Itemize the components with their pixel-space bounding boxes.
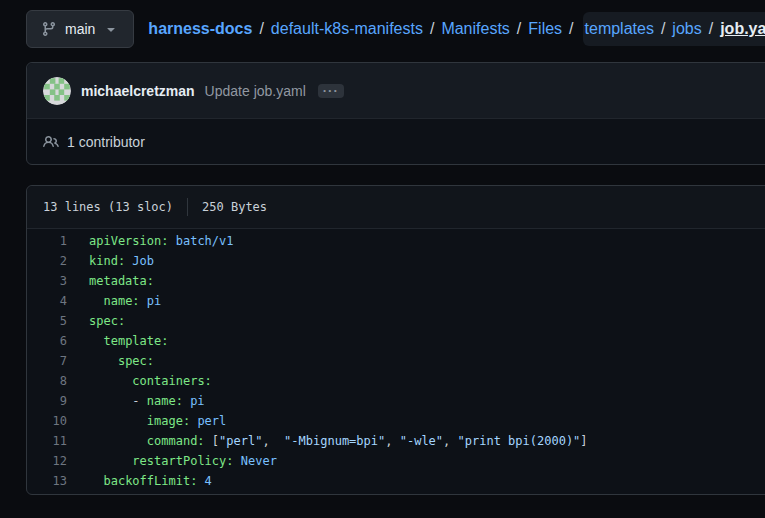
code-line: 4 name: pi [27,291,765,311]
file-size-info: 250 Bytes [202,200,267,214]
breadcrumb-link[interactable]: harness-docs [148,20,252,38]
breadcrumb-link[interactable]: Files [528,20,562,38]
line-number[interactable]: 7 [27,351,67,371]
code-text: image: perl [67,411,226,431]
chevron-down-icon [103,21,119,37]
code-line: 5spec: [27,311,765,331]
code-line: 2kind: Job [27,251,765,271]
code-segment-key: restartPolicy: [132,454,233,468]
code-segment-key: containers: [132,374,211,388]
code-segment-val: pi [183,394,205,408]
code-segment-punct [89,414,147,428]
code-segment-val: Never [234,454,277,468]
contributors-row: 1 contributor [27,119,765,164]
code-segment-punct [89,454,132,468]
code-segment-key: name: [147,394,183,408]
breadcrumb-link[interactable]: jobs [672,20,701,38]
line-number[interactable]: 4 [27,291,67,311]
code-line: 13 backoffLimit: 4 [27,471,765,491]
code-text: template: [67,331,168,351]
code-text: spec: [67,351,154,371]
code-segment-punct [89,434,147,448]
code-segment-val: Job [125,254,154,268]
code-segment-key: apiVersion: [89,234,168,248]
commit-ellipsis-button[interactable]: ··· [318,84,344,98]
path-header: main harness-docs/default-k8s-manifests/… [26,10,765,48]
line-number[interactable]: 12 [27,451,67,471]
commit-message-link[interactable]: Update job.yaml [205,83,306,99]
code-text: apiVersion: batch/v1 [67,231,234,251]
code-segment-key: spec: [118,354,154,368]
code-segment-val: batch/v1 [168,234,233,248]
breadcrumb-link[interactable]: Manifests [441,20,509,38]
code-segment-str: "print bpi(2000)" [458,434,581,448]
breadcrumb-separator: / [510,20,528,38]
code-segment-key: kind: [89,254,125,268]
file-blob-box: 13 lines (13 sloc) 250 Bytes 1apiVersion… [26,185,765,495]
line-number[interactable]: 8 [27,371,67,391]
line-number[interactable]: 10 [27,411,67,431]
code-text: restartPolicy: Never [67,451,277,471]
code-segment-key: image: [147,414,190,428]
code-segment-punct: , [443,434,457,448]
code-segment-val: pi [140,294,162,308]
code-segment-key: backoffLimit: [103,474,197,488]
code-segment-str: "-wle" [400,434,443,448]
code-text: - name: pi [67,391,205,411]
code-text: kind: Job [67,251,154,271]
code-segment-punct: , [385,434,399,448]
contributors-count-label: 1 contributor [67,134,145,150]
code-line: 6 template: [27,331,765,351]
code-segment-key: command: [147,434,205,448]
latest-commit-box: michaelcretzman Update job.yaml ··· 1 co… [26,62,765,165]
git-branch-icon [41,21,57,37]
commit-header: michaelcretzman Update job.yaml ··· [27,63,765,119]
breadcrumb: harness-docs/default-k8s-manifests/Manif… [148,10,765,48]
code-segment-val: 4 [197,474,211,488]
code-lines: 1apiVersion: batch/v12kind: Job3metadata… [27,229,765,494]
code-text: metadata: [67,271,154,291]
line-number[interactable]: 6 [27,331,67,351]
code-line: 1apiVersion: batch/v1 [27,231,765,251]
branch-selector-button[interactable]: main [26,10,134,48]
code-segment-punct: , [262,434,284,448]
code-segment-key: spec: [89,314,125,328]
line-number[interactable]: 13 [27,471,67,491]
line-number[interactable]: 9 [27,391,67,411]
line-number[interactable]: 11 [27,431,67,451]
code-line: 9 - name: pi [27,391,765,411]
code-line: 3metadata: [27,271,765,291]
commit-author-link[interactable]: michaelcretzman [81,83,195,99]
code-segment-key: template: [103,334,168,348]
code-segment-punct [89,374,132,388]
code-line: 10 image: perl [27,411,765,431]
code-segment-key: name: [103,294,139,308]
code-segment-punct [89,334,103,348]
line-number[interactable]: 5 [27,311,67,331]
breadcrumb-current-file[interactable]: job.yaml [720,20,765,38]
line-number[interactable]: 3 [27,271,67,291]
people-icon [43,134,59,150]
code-segment-punct: ] [580,434,587,448]
code-line: 7 spec: [27,351,765,371]
code-segment-punct [89,294,103,308]
line-number[interactable]: 1 [27,231,67,251]
code-line: 12 restartPolicy: Never [27,451,765,471]
file-header: 13 lines (13 sloc) 250 Bytes [27,186,765,229]
line-number[interactable]: 2 [27,251,67,271]
breadcrumb-link[interactable]: default-k8s-manifests [271,20,423,38]
code-segment-val: perl [190,414,226,428]
breadcrumb-separator: / [562,20,580,38]
code-segment-key: metadata: [89,274,154,288]
code-segment-punct: [ [205,434,219,448]
breadcrumb-separator: / [423,20,441,38]
code-segment-punct [89,474,103,488]
code-text: backoffLimit: 4 [67,471,212,491]
code-segment-punct [89,354,118,368]
code-text: containers: [67,371,212,391]
breadcrumb-link[interactable]: templates [585,20,654,38]
code-text: spec: [67,311,125,331]
breadcrumb-separator: / [252,20,270,38]
code-segment-punct: - [89,394,147,408]
avatar[interactable] [43,77,71,105]
